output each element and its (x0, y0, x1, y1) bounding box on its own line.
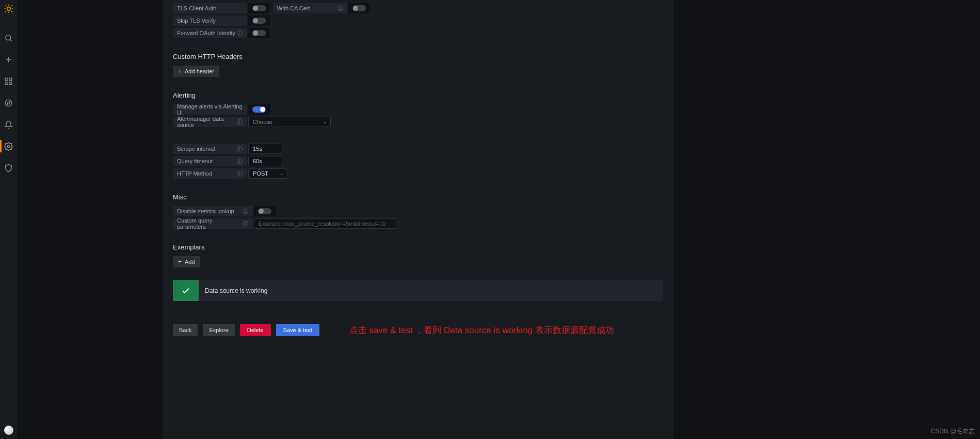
shield-icon[interactable] (0, 162, 17, 174)
status-banner: Data source is working (173, 280, 663, 301)
http-method-select[interactable]: POST ⌄ (248, 168, 287, 179)
info-icon[interactable]: ⓘ (236, 118, 243, 126)
alerting-title: Alerting (173, 91, 663, 99)
info-icon[interactable]: ⓘ (236, 170, 243, 177)
svg-rect-7 (5, 82, 8, 84)
watermark: CSDN @毛奇志 (930, 427, 975, 436)
with-ca-cert-label: With CA Cert ⓘ (273, 3, 347, 13)
explore-button[interactable]: Explore (203, 324, 234, 336)
disable-lookup-label: Disable metrics lookup ⓘ (173, 206, 253, 216)
bell-icon[interactable] (0, 118, 17, 131)
add-header-button[interactable]: + Add header (173, 66, 219, 77)
custom-headers-title: Custom HTTP Headers (173, 53, 663, 60)
plus-icon: + (178, 68, 182, 75)
custom-params-label: Custom query parameters ⓘ (173, 218, 253, 229)
alertmanager-select[interactable]: Choose ⌄ (248, 117, 331, 127)
info-icon[interactable]: ⓘ (242, 208, 249, 215)
forward-oauth-label: Forward OAuth Identity ⓘ (173, 28, 247, 38)
info-icon[interactable]: ⓘ (236, 145, 243, 152)
check-icon (173, 280, 199, 301)
plus-icon: + (178, 258, 182, 265)
plus-icon[interactable] (0, 53, 17, 66)
scrape-interval-input[interactable] (248, 144, 282, 154)
add-exemplar-button[interactable]: + Add (173, 256, 200, 268)
query-timeout-label: Query timeout ⓘ (173, 156, 247, 166)
annotation-text: 点击 save & test ，看到 Data source is workin… (349, 324, 614, 336)
sidebar (0, 0, 17, 439)
svg-rect-6 (9, 78, 12, 81)
chevron-down-icon: ⌄ (323, 119, 327, 124)
save-test-button[interactable]: Save & test (276, 324, 319, 336)
status-message: Data source is working (199, 280, 274, 301)
tls-client-auth-toggle[interactable] (248, 3, 270, 13)
search-icon[interactable] (0, 32, 17, 44)
svg-marker-10 (7, 101, 10, 104)
alertmanager-label: Alertmanager data source ⓘ (173, 117, 247, 127)
query-timeout-input[interactable] (248, 156, 282, 166)
back-button[interactable]: Back (173, 324, 198, 336)
svg-point-11 (7, 145, 9, 147)
svg-point-0 (7, 7, 10, 10)
tls-client-auth-label: TLS Client Auth (173, 3, 247, 13)
skip-tls-label: Skip TLS Verify (173, 15, 247, 26)
gear-icon[interactable] (0, 140, 17, 152)
user-avatar[interactable] (4, 426, 13, 435)
manage-alerts-toggle[interactable] (248, 104, 270, 115)
svg-point-9 (5, 100, 12, 106)
disable-lookup-toggle[interactable] (254, 206, 276, 216)
svg-rect-8 (9, 82, 12, 84)
grafana-logo[interactable] (0, 0, 17, 17)
info-icon[interactable]: ⓘ (338, 5, 343, 12)
dashboard-icon[interactable] (0, 75, 17, 87)
svg-line-2 (10, 39, 12, 41)
forward-oauth-toggle[interactable] (248, 28, 270, 38)
with-ca-cert-toggle[interactable] (348, 3, 370, 13)
info-icon[interactable]: ⓘ (242, 220, 249, 227)
settings-panel: TLS Client Auth With CA Cert ⓘ Skip TLS … (163, 0, 673, 439)
svg-rect-5 (5, 78, 8, 81)
http-method-label: HTTP Method ⓘ (173, 168, 247, 179)
delete-button[interactable]: Delete (240, 324, 271, 336)
compass-icon[interactable] (0, 97, 17, 109)
skip-tls-toggle[interactable] (248, 15, 270, 26)
manage-alerts-label: Manage alerts via Alerting UI (173, 104, 247, 115)
footer-actions: Back Explore Delete Save & test 点击 save … (173, 324, 663, 336)
exemplars-title: Exemplars (173, 243, 663, 251)
scrape-interval-label: Scrape interval ⓘ (173, 144, 247, 154)
chevron-down-icon: ⌄ (280, 171, 284, 176)
custom-params-input[interactable] (254, 218, 396, 229)
info-icon[interactable]: ⓘ (236, 158, 243, 165)
misc-title: Misc (173, 193, 663, 201)
info-icon[interactable]: ⓘ (236, 29, 243, 37)
svg-point-1 (6, 35, 11, 40)
